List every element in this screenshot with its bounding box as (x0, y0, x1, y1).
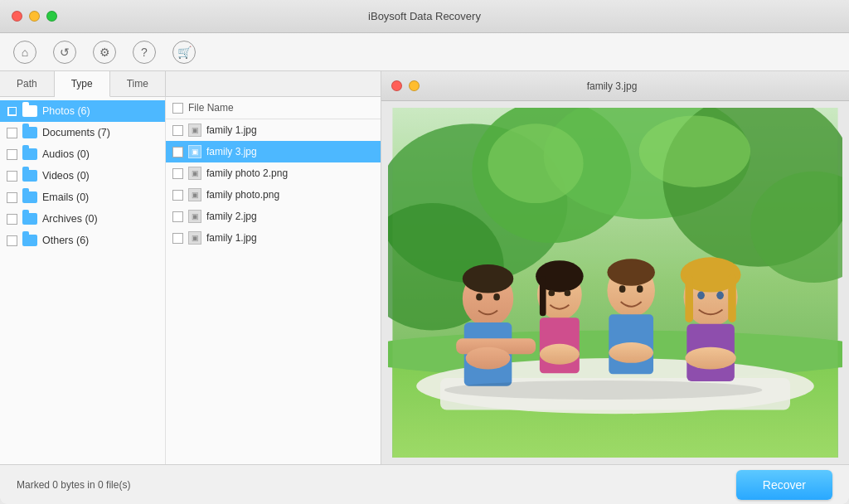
file-item-3[interactable]: ▣ family photo.png (166, 184, 381, 206)
file-thumb-4: ▣ (188, 210, 201, 223)
audios-folder-icon (22, 148, 37, 160)
tab-time[interactable]: Time (110, 71, 166, 96)
file-name-3: family photo.png (206, 189, 279, 201)
category-videos-label: Videos (0) (42, 170, 90, 182)
tab-path[interactable]: Path (0, 71, 55, 96)
file-thumb-5: ▣ (188, 231, 201, 245)
file-thumb-0: ▣ (188, 124, 201, 137)
file-list-header-label: File Name (188, 102, 234, 114)
archives-checkbox[interactable] (7, 214, 17, 225)
preview-panel: family 3.jpg (381, 71, 849, 464)
audios-checkbox[interactable] (7, 149, 17, 160)
minimize-button[interactable] (29, 11, 40, 22)
select-all-checkbox[interactable] (172, 103, 183, 114)
photos-folder-icon (22, 105, 37, 117)
toolbar: ⌂ ↺ ⚙ ? 🛒 (0, 33, 849, 71)
tab-bar: Path Type Time (0, 71, 381, 97)
file-item-4[interactable]: ▣ family 2.jpg (166, 206, 381, 227)
preview-title: family 3.jpg (426, 80, 798, 92)
category-others[interactable]: Others (6) (0, 230, 165, 251)
category-documents[interactable]: Documents (7) (0, 122, 165, 143)
preview-image-container (381, 101, 849, 464)
home-icon[interactable]: ⌂ (13, 41, 36, 64)
file-thumb-1: ▣ (188, 145, 201, 158)
preview-minimize-button[interactable] (409, 80, 420, 91)
category-documents-label: Documents (7) (42, 127, 110, 138)
preview-titlebar: family 3.jpg (381, 71, 849, 101)
file-list: File Name ▣ family 1.jpg ▣ family 3.jpg (166, 97, 381, 464)
file-item-2[interactable]: ▣ family photo 2.png (166, 162, 381, 184)
category-audios-label: Audios (0) (42, 148, 90, 160)
file-name-2: family photo 2.png (206, 167, 288, 179)
category-emails[interactable]: Emails (0) (0, 187, 165, 208)
category-tree: Photos (6) Documents (7) Audios (0) (0, 97, 166, 464)
category-photos[interactable]: Photos (6) (0, 100, 165, 122)
file-item-5[interactable]: ▣ family 1.jpg (166, 227, 381, 249)
window-title: iBoysoft Data Recovery (368, 10, 481, 22)
file-name-5: family 1.jpg (206, 232, 257, 244)
photos-checkbox[interactable] (7, 106, 17, 117)
file-item-0[interactable]: ▣ family 1.jpg (166, 119, 381, 141)
file-checkbox-1[interactable] (172, 147, 183, 158)
file-checkbox-2[interactable] (172, 168, 183, 179)
file-checkbox-3[interactable] (172, 190, 183, 201)
file-list-header: File Name (166, 97, 381, 119)
back-icon[interactable]: ↺ (53, 41, 76, 64)
category-emails-label: Emails (0) (42, 191, 89, 203)
recover-button[interactable]: Recover (736, 470, 832, 500)
category-others-label: Others (6) (42, 235, 89, 246)
left-panel: Path Type Time Photos (6) Docume (0, 71, 381, 464)
tab-type[interactable]: Type (55, 71, 110, 97)
emails-checkbox[interactable] (7, 192, 17, 203)
file-item-1[interactable]: ▣ family 3.jpg (166, 141, 381, 162)
close-button[interactable] (12, 11, 22, 22)
category-videos[interactable]: Videos (0) (0, 165, 165, 187)
category-archives-label: Archives (0) (42, 213, 98, 225)
preview-close-button[interactable] (391, 80, 402, 91)
videos-folder-icon (22, 170, 37, 182)
file-name-0: family 1.jpg (206, 124, 257, 136)
help-icon[interactable]: ? (133, 41, 156, 64)
status-bar: Marked 0 bytes in 0 file(s) Recover (0, 464, 849, 504)
file-name-4: family 2.jpg (206, 211, 257, 222)
documents-checkbox[interactable] (7, 128, 17, 138)
left-split: Photos (6) Documents (7) Audios (0) (0, 97, 381, 464)
videos-checkbox[interactable] (7, 171, 17, 182)
window-controls (12, 11, 57, 22)
svg-rect-42 (392, 108, 837, 458)
cart-icon[interactable]: 🛒 (172, 41, 196, 64)
others-folder-icon (22, 235, 37, 246)
category-archives[interactable]: Archives (0) (0, 208, 165, 230)
titlebar: iBoysoft Data Recovery (0, 0, 849, 33)
archives-folder-icon (22, 213, 37, 225)
preview-image (388, 108, 842, 458)
file-checkbox-0[interactable] (172, 125, 183, 136)
category-audios[interactable]: Audios (0) (0, 143, 165, 165)
maximize-button[interactable] (46, 11, 57, 22)
file-thumb-3: ▣ (188, 188, 201, 201)
category-photos-label: Photos (6) (42, 105, 90, 117)
settings-icon[interactable]: ⚙ (93, 41, 116, 64)
documents-folder-icon (22, 127, 37, 138)
main-content: Path Type Time Photos (6) Docume (0, 71, 849, 464)
status-text: Marked 0 bytes in 0 file(s) (17, 479, 130, 491)
file-checkbox-5[interactable] (172, 233, 183, 244)
file-name-1: family 3.jpg (206, 146, 257, 158)
file-checkbox-4[interactable] (172, 211, 183, 222)
others-checkbox[interactable] (7, 235, 17, 246)
main-window: iBoysoft Data Recovery ⌂ ↺ ⚙ ? 🛒 Path Ty… (0, 0, 849, 504)
file-thumb-2: ▣ (188, 167, 201, 180)
emails-folder-icon (22, 191, 37, 203)
